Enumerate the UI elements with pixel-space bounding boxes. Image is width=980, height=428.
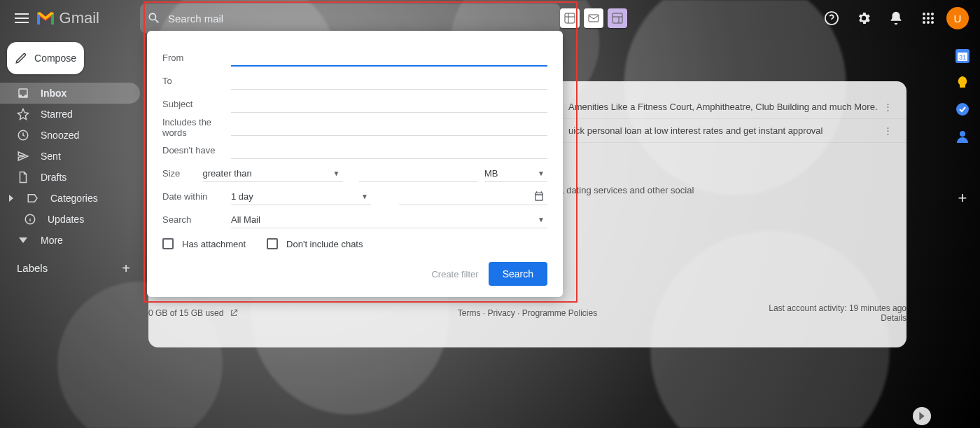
labels-section-header: Labels + [0, 251, 140, 274]
svg-point-9 [931, 17, 934, 20]
adv-size-op-value: greater than [203, 168, 252, 179]
adv-subject-label: Subject [162, 99, 231, 109]
add-label-button[interactable]: + [122, 263, 130, 273]
apps-grid-icon [922, 12, 934, 25]
search-bar[interactable] [140, 4, 560, 33]
nav-sent-label: Sent [41, 151, 61, 162]
nav-snoozed-label: Snoozed [41, 130, 79, 141]
adv-includes-label: Includes the words [162, 117, 231, 138]
tasks-icon [955, 102, 969, 116]
search-icon [147, 11, 161, 25]
advanced-search-panel: From To Subject Includes the words Doesn… [147, 31, 563, 297]
nav-starred-label: Starred [41, 109, 73, 120]
star-icon [17, 108, 29, 120]
footer-terms[interactable]: Terms [458, 308, 481, 318]
chevron-down-icon: ▼ [361, 193, 368, 200]
search-input[interactable] [168, 13, 553, 25]
nav-drafts-label: Drafts [41, 172, 66, 183]
apps-button[interactable] [914, 4, 942, 32]
storage-text: 0 GB of 15 GB used [148, 308, 223, 318]
footer-policies[interactable]: Programme Policies [522, 308, 597, 318]
main-menu-button[interactable] [11, 4, 33, 32]
keep-addon[interactable] [955, 76, 969, 90]
adv-doesnt-input[interactable] [231, 142, 547, 159]
mail-row-1-more[interactable]: ⋮ [883, 102, 892, 112]
footer-details[interactable]: Details [881, 313, 906, 323]
ext-icon-2[interactable] [584, 8, 603, 28]
adv-from-input[interactable] [231, 50, 547, 67]
chevron-down-icon: ▼ [538, 170, 545, 177]
nav-more-label: More [41, 235, 63, 246]
adv-size-unit-select[interactable]: MB ▼ [484, 165, 547, 182]
nav-starred[interactable]: Starred [0, 104, 140, 125]
search-button[interactable]: Search [489, 262, 547, 286]
adv-size-value-input[interactable] [359, 165, 477, 182]
compose-button[interactable]: Compose [7, 42, 84, 74]
chevron-right-icon [919, 412, 925, 420]
sheet-icon [564, 13, 575, 24]
adv-from-label: From [162, 53, 231, 63]
inbox-icon [17, 87, 29, 99]
support-button[interactable] [818, 4, 846, 32]
labels-title: Labels [17, 262, 48, 274]
adv-no-chats-label: Don't include chats [286, 239, 363, 249]
ext-icon-3[interactable] [608, 8, 627, 28]
svg-point-4 [923, 13, 925, 15]
nav-sent[interactable]: Sent [0, 146, 140, 167]
svg-point-10 [923, 21, 925, 24]
gmail-wordmark: Gmail [59, 9, 99, 27]
nav-sidebar: Compose Inbox Starred Snoozed Sent Draft… [0, 36, 140, 428]
nav-snoozed[interactable]: Snoozed [0, 125, 140, 146]
svg-point-11 [927, 21, 930, 24]
mail-row-2-more[interactable]: ⋮ [883, 125, 892, 136]
calendar-icon: 31 [955, 49, 969, 63]
adv-size-op-select[interactable]: greater than ▼ [203, 165, 343, 182]
add-addon-button[interactable]: + [958, 189, 967, 207]
adv-searchin-select[interactable]: All Mail ▼ [231, 212, 547, 228]
tasks-addon[interactable] [955, 102, 969, 116]
contacts-addon[interactable] [955, 129, 969, 143]
side-app-bar: 31 + [945, 36, 980, 428]
nav-categories[interactable]: Categories [0, 188, 140, 209]
nav-inbox[interactable]: Inbox [0, 83, 140, 104]
avatar-initial: U [954, 13, 962, 25]
footer-privacy[interactable]: Privacy [487, 308, 514, 318]
gmail-logo[interactable]: Gmail [36, 9, 99, 27]
clock-icon [17, 129, 29, 141]
adv-has-attachment-checkbox[interactable]: Has attachment [162, 238, 246, 249]
nav-more[interactable]: More [0, 230, 140, 251]
chevron-right-icon [8, 195, 14, 202]
adv-size-label: Size [162, 168, 203, 179]
adv-subject-input[interactable] [231, 96, 547, 113]
svg-text:31: 31 [959, 54, 966, 61]
adv-searchin-value: All Mail [231, 214, 260, 225]
file-icon [17, 171, 29, 184]
chevron-down-icon [19, 237, 27, 243]
create-filter-button[interactable]: Create filter [431, 269, 478, 279]
ext-icon-1[interactable] [560, 8, 580, 28]
gmail-m-icon [36, 11, 55, 26]
settings-button[interactable] [850, 4, 878, 32]
label-icon [27, 192, 39, 205]
side-panel-toggle[interactable] [913, 407, 931, 425]
svg-point-18 [956, 103, 969, 116]
svg-point-6 [931, 13, 934, 15]
adv-includes-input[interactable] [231, 119, 547, 136]
envelope-icon [588, 13, 599, 24]
adv-to-label: To [162, 76, 231, 86]
keep-icon [955, 76, 969, 90]
notifications-button[interactable] [882, 4, 910, 32]
adv-to-input[interactable] [231, 73, 547, 90]
open-in-new-icon[interactable] [229, 308, 239, 318]
adv-no-chats-checkbox[interactable]: Don't include chats [267, 238, 363, 249]
adv-date-range-select[interactable]: 1 day ▼ [231, 188, 371, 205]
nav-updates[interactable]: Updates [0, 209, 140, 230]
account-avatar[interactable]: U [946, 7, 969, 29]
calendar-addon[interactable]: 31 [955, 49, 969, 63]
calendar-icon [533, 191, 545, 202]
help-icon [824, 11, 839, 26]
nav-drafts[interactable]: Drafts [0, 167, 140, 188]
contacts-icon [955, 129, 969, 143]
pencil-icon [15, 52, 27, 64]
adv-date-picker[interactable] [399, 188, 547, 205]
